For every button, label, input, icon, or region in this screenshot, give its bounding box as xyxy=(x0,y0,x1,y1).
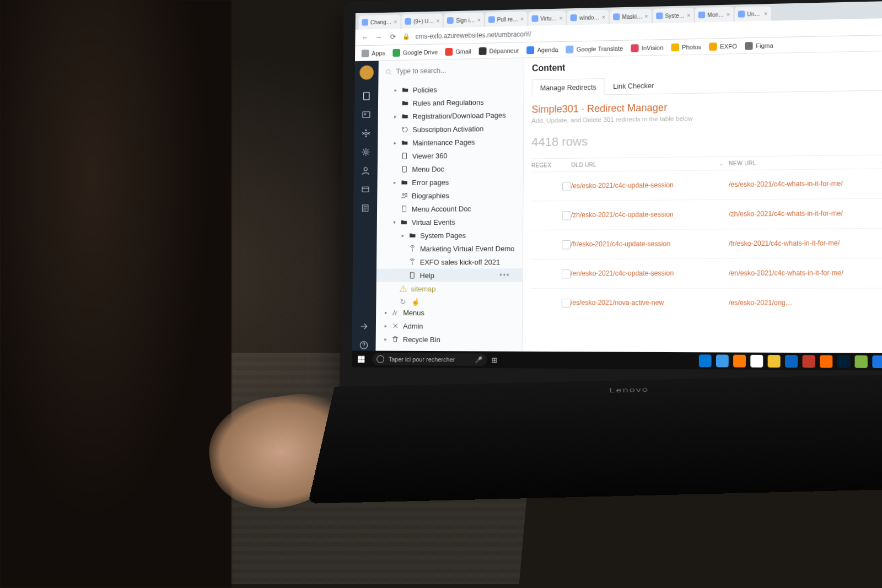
expand-caret-icon[interactable]: ▸ xyxy=(393,140,397,145)
taskbar-search[interactable]: Taper ici pour rechercher 🎤 xyxy=(372,353,487,366)
bookmark-item[interactable]: InVision xyxy=(631,44,663,52)
close-tab-icon[interactable]: × xyxy=(687,12,691,18)
tree-node[interactable]: Menu Doc xyxy=(378,161,523,176)
row-checkbox[interactable] xyxy=(562,269,571,278)
expand-caret-icon[interactable]: ▸ xyxy=(384,310,388,315)
col-regex[interactable]: REGEX xyxy=(531,162,557,169)
close-tab-icon[interactable]: × xyxy=(477,17,480,23)
table-row[interactable]: /es/esko-2021/nova-active-new/es/esko-20… xyxy=(530,288,882,318)
close-tab-icon[interactable]: × xyxy=(520,15,524,22)
tree-node[interactable]: ▾Virtual Events xyxy=(377,215,523,229)
next-icon[interactable] xyxy=(358,321,369,332)
close-tab-icon[interactable]: × xyxy=(559,15,563,21)
users-section-icon[interactable] xyxy=(360,165,371,176)
table-row[interactable]: /zh/esko-2021/c4c-update-session/zh/esko… xyxy=(531,198,882,230)
tree-node[interactable]: ▸Admin xyxy=(376,319,522,333)
expand-caret-icon[interactable]: ▸ xyxy=(401,233,405,238)
browser-tab[interactable]: Maski…× xyxy=(610,9,652,24)
expand-caret-icon[interactable]: ▸ xyxy=(394,87,398,93)
bookmark-item[interactable]: Photos xyxy=(671,42,702,51)
task-view-icon[interactable]: ⊞ xyxy=(487,355,501,364)
browser-tab[interactable]: windo…× xyxy=(567,10,609,25)
taskbar-app-icon[interactable] xyxy=(768,355,781,368)
taskbar-app-icon[interactable] xyxy=(837,355,850,368)
table-row[interactable]: /en/esko-2021/c4c-update-session/en/esko… xyxy=(531,258,882,288)
expand-caret-icon[interactable]: ▾ xyxy=(392,219,396,225)
browser-tab[interactable]: Sign i…× xyxy=(444,13,484,28)
row-checkbox[interactable] xyxy=(562,240,571,249)
close-tab-icon[interactable]: × xyxy=(436,18,439,24)
tree-node[interactable]: Subscription Activation xyxy=(378,121,523,137)
mic-icon[interactable]: 🎤 xyxy=(475,356,482,363)
col-new-url[interactable]: NEW URL xyxy=(729,159,875,166)
node-actions-icon[interactable]: ••• xyxy=(499,271,518,279)
settings-section-icon[interactable] xyxy=(361,128,372,139)
tree-node[interactable]: ▸System Pages xyxy=(377,228,523,242)
packages-section-icon[interactable] xyxy=(361,147,372,158)
expand-caret-icon[interactable]: ▸ xyxy=(384,323,388,328)
tree-node[interactable]: ▸Error pages xyxy=(377,175,523,190)
forms-section-icon[interactable] xyxy=(360,203,371,214)
content-tab[interactable]: Link Checker xyxy=(605,77,663,94)
tree-search-input[interactable] xyxy=(396,66,517,75)
tree-node[interactable]: ▸Menus xyxy=(376,306,522,320)
browser-tab[interactable]: Syste…× xyxy=(653,8,694,23)
content-tab[interactable]: Manage Redirects xyxy=(532,78,605,96)
back-button[interactable]: ← xyxy=(361,34,369,41)
browser-tab[interactable]: Virtu…× xyxy=(528,10,566,26)
reload-button[interactable]: ⟳ xyxy=(389,33,397,41)
row-checkbox[interactable] xyxy=(562,299,571,308)
tree-node[interactable]: ▸Recycle Bin xyxy=(376,332,522,346)
taskbar-app-icon[interactable] xyxy=(733,355,746,368)
close-tab-icon[interactable]: × xyxy=(394,18,397,25)
taskbar-app-icon[interactable] xyxy=(785,355,798,368)
tree-node[interactable]: Viewer 360 xyxy=(378,148,523,163)
touch-icon[interactable]: ☝ xyxy=(411,298,420,306)
close-tab-icon[interactable]: × xyxy=(727,11,730,18)
tree-node[interactable]: EXFO sales kick-off 2021 xyxy=(377,255,523,269)
taskbar-app-icon[interactable] xyxy=(716,355,729,368)
restore-icon[interactable]: ↻ xyxy=(400,298,406,306)
start-button[interactable] xyxy=(352,355,370,363)
tree-node[interactable]: Help••• xyxy=(377,268,523,282)
bookmark-item[interactable]: EXFO xyxy=(709,42,737,50)
row-checkbox[interactable] xyxy=(562,182,571,191)
bookmark-item[interactable]: Gmail xyxy=(445,47,471,56)
table-row[interactable]: /es/esko-2021/c4c-update-session/es/esko… xyxy=(531,168,882,201)
help-icon[interactable] xyxy=(358,339,369,350)
row-checkbox[interactable] xyxy=(562,211,571,220)
media-section-icon[interactable] xyxy=(361,109,372,120)
tree-node[interactable]: ▸Registration/Download Pages xyxy=(378,108,524,123)
browser-tab[interactable]: Pull re…× xyxy=(485,12,527,27)
bookmark-item[interactable]: Apps xyxy=(362,49,385,57)
expand-caret-icon[interactable]: ▸ xyxy=(392,180,397,185)
bookmark-item[interactable]: Agenda xyxy=(527,46,558,54)
tree-node[interactable]: Menu Account Doc xyxy=(377,202,523,216)
members-section-icon[interactable] xyxy=(360,184,371,195)
forward-button[interactable]: → xyxy=(374,33,383,41)
tree-node[interactable]: Marketing Virtual Event Demo xyxy=(377,241,523,255)
expand-caret-icon[interactable]: ▸ xyxy=(393,114,397,119)
taskbar-app-icon[interactable] xyxy=(699,354,712,367)
close-tab-icon[interactable]: × xyxy=(644,13,648,19)
bookmark-item[interactable]: Google Translate xyxy=(566,44,623,53)
tree-node[interactable]: sitemap xyxy=(376,282,522,295)
tree-node[interactable]: ▸Maintenance Pages xyxy=(378,134,523,149)
table-row[interactable]: /fr/esko-2021/c4c-update-session/fr/esko… xyxy=(531,228,882,259)
tree-node[interactable]: Biographies xyxy=(377,188,523,202)
taskbar-app-icon[interactable] xyxy=(872,355,882,368)
close-tab-icon[interactable]: × xyxy=(602,14,606,20)
browser-tab[interactable]: Mon…× xyxy=(695,7,734,23)
bookmark-item[interactable]: Google Drive xyxy=(392,48,438,57)
taskbar-app-icon[interactable] xyxy=(854,355,867,368)
browser-tab[interactable]: Chang…× xyxy=(358,14,400,29)
expand-caret-icon[interactable]: ▸ xyxy=(383,336,388,342)
col-old-url[interactable]: OLD URL xyxy=(571,160,714,168)
sort-caret-icon[interactable]: ⌄ xyxy=(714,160,729,167)
browser-tab[interactable]: (9+) U…× xyxy=(401,13,443,28)
tree-search[interactable] xyxy=(378,58,524,83)
bookmark-item[interactable]: Figma xyxy=(745,41,773,50)
taskbar-app-icon[interactable] xyxy=(750,355,763,368)
taskbar-app-icon[interactable] xyxy=(803,355,815,368)
browser-tab[interactable]: Un…× xyxy=(735,6,771,21)
